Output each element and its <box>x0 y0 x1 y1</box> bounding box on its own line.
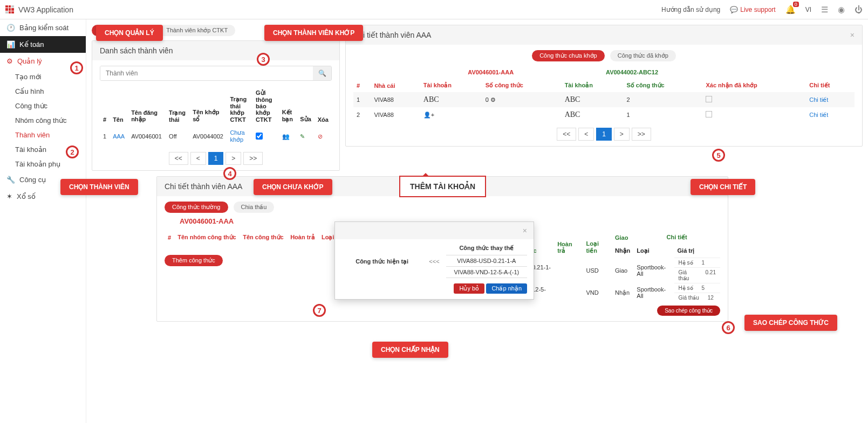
col-account-sub2: Tài khoản <box>562 79 624 92</box>
sidebar-item-config[interactable]: Cấu hình <box>0 84 86 99</box>
guide-link[interactable]: Hướng dẫn sử dụng <box>661 6 720 13</box>
table-row: 2 VIVA88 👤+ ABC 1 Chi tiết <box>353 107 855 122</box>
col-del: Xóa <box>315 86 332 126</box>
tab-share[interactable]: Chia thầu <box>234 202 275 213</box>
confirm-checkbox[interactable] <box>706 96 712 102</box>
copy-formula-button[interactable]: Sao chép công thức <box>657 306 720 316</box>
page-prev[interactable]: < <box>578 128 594 141</box>
callout-accept: CHỌN CHẤP NHẬN <box>372 342 448 358</box>
cancel-button[interactable]: Hủy bỏ <box>454 283 484 294</box>
live-support-label: Live support <box>740 6 775 13</box>
col-type: Loại <box>633 244 674 258</box>
coef-label: Hệ số <box>674 258 698 267</box>
search-button[interactable]: 🔍 <box>313 66 331 80</box>
friend-icon[interactable]: 👥 <box>282 133 290 140</box>
page-current[interactable]: 1 <box>596 128 612 141</box>
coef-label: Hệ số <box>674 283 698 293</box>
col-group-name: Tên nhóm công thức <box>174 231 240 244</box>
add-account-button[interactable]: 👤+ <box>420 107 482 122</box>
chart-icon: 📊 <box>6 40 15 48</box>
sidebar-item-formula[interactable]: Công thức <box>0 99 86 113</box>
modal-item: VIVA88-VND-12-5-A-(-1) <box>446 267 527 278</box>
power-icon[interactable]: ⏻ <box>855 5 863 14</box>
member-search-input[interactable] <box>100 66 313 80</box>
accept-button[interactable]: Chấp nhận <box>486 283 527 294</box>
page-last[interactable]: >> <box>243 152 263 165</box>
col-bookmaker: Nhà cái <box>371 66 420 92</box>
detail-link[interactable]: Chi tiết <box>809 96 828 103</box>
gear-icon: ⚙ <box>6 57 13 65</box>
page-first[interactable]: << <box>169 152 188 165</box>
tab-matched-members[interactable]: Thành viên khớp CTKT <box>159 25 235 36</box>
col-send-notify: Gửi thông báo khớp CTKT <box>252 86 279 126</box>
arrow-label: <<< <box>429 258 439 265</box>
notify-checkbox[interactable] <box>256 133 263 140</box>
detail-pagination: << < 1 > >> <box>353 128 855 141</box>
member-list-title: Danh sách thành viên <box>92 41 339 60</box>
col-idx: # <box>353 66 371 92</box>
search-icon: 🔍 <box>318 70 326 77</box>
dashboard-icon: 🕐 <box>6 24 15 32</box>
col-detail: Chi tiết <box>633 231 720 244</box>
sidebar-item-member[interactable]: Thành viên <box>0 128 86 142</box>
sidebar-item-sub-account[interactable]: Tài khoản phụ <box>0 157 86 171</box>
close-icon[interactable]: × <box>523 226 527 235</box>
cell-c1: 0 ⚙ <box>482 92 562 107</box>
cell-currency: VND <box>583 283 612 302</box>
callout-matched-member: CHỌN THÀNH VIÊN KHỚP <box>264 25 363 41</box>
notification-button[interactable]: 🔔 0 <box>785 5 796 15</box>
match-status-link[interactable]: Chưa khớp <box>230 129 244 143</box>
col-receive: Nhận <box>612 244 633 258</box>
callout-member: CHỌN THÀNH VIÊN <box>60 179 138 195</box>
lottery-icon: ✶ <box>6 192 12 200</box>
sidebar-label: Công cụ <box>19 176 46 184</box>
page-prev[interactable]: < <box>190 152 206 165</box>
page-next[interactable]: > <box>225 152 241 165</box>
cell-currency: USD <box>583 258 612 283</box>
step-badge-2: 2 <box>66 145 79 158</box>
detail-link[interactable]: Chi tiết <box>809 112 828 118</box>
language-switch[interactable]: VI <box>805 6 811 13</box>
sidebar-item-dashboard[interactable]: 🕐 Bảng kiểm soát <box>0 19 86 36</box>
live-support-link[interactable]: 💬 Live support <box>730 6 775 13</box>
col-idx: # <box>100 86 110 126</box>
layers-icon[interactable]: ☰ <box>821 5 828 15</box>
tab-unmatched-formula[interactable]: Công thức chưa khớp <box>532 50 605 61</box>
cell-c2: 1 <box>623 107 702 122</box>
col-refund: Hoàn trả <box>287 231 318 244</box>
sidebar-item-formula-group[interactable]: Nhóm công thức <box>0 113 86 128</box>
page-current[interactable]: 1 <box>208 152 224 165</box>
bid-val: 12 <box>703 293 718 302</box>
modal-item: VIVA88-USD-0.21-1-A <box>446 255 527 267</box>
confirm-checkbox[interactable] <box>706 111 712 117</box>
bid-val: 0.21 <box>701 268 720 283</box>
cell-idx: 2 <box>353 107 371 122</box>
member-name-link[interactable]: AAA <box>113 133 125 140</box>
user-icon[interactable]: ◉ <box>838 5 845 15</box>
col-edit: Sửa <box>297 86 314 126</box>
bid-label: Giá thầu <box>674 268 701 283</box>
sidebar: 🕐 Bảng kiểm soát 📊 Kế toán ⚙ Quản lý Tạo… <box>0 19 86 423</box>
page-last[interactable]: >> <box>632 128 651 141</box>
delete-icon[interactable]: ⊘ <box>318 133 323 140</box>
col-trans: Giao <box>612 231 633 244</box>
cell-a1: ABC <box>420 92 482 107</box>
cell-type: Sportbook-All <box>633 258 674 283</box>
page-first[interactable]: << <box>557 128 576 141</box>
sidebar-label: Bảng kiểm soát <box>19 24 69 32</box>
tab-regular-formula[interactable]: Công thức thường <box>165 202 228 213</box>
step-badge-6: 6 <box>722 321 735 334</box>
tab-matched-formula[interactable]: Công thức đã khớp <box>610 50 676 61</box>
edit-icon[interactable]: ✎ <box>300 133 305 140</box>
add-formula-button[interactable]: Thêm công thức <box>165 255 223 266</box>
col-status: Trạng thái <box>166 86 189 126</box>
sidebar-item-accounting[interactable]: 📊 Kế toán <box>0 36 86 53</box>
cell-idx: 1 <box>100 126 110 147</box>
step-badge-5: 5 <box>712 149 725 162</box>
close-icon[interactable]: × <box>850 31 855 39</box>
gear-icon[interactable]: ⚙ <box>490 96 496 103</box>
col-formula-count-sub: Số công thức <box>482 79 562 92</box>
page-next[interactable]: > <box>614 128 630 141</box>
sidebar-label: Xổ số <box>17 192 36 200</box>
cell-trans: Nhận <box>612 283 633 302</box>
